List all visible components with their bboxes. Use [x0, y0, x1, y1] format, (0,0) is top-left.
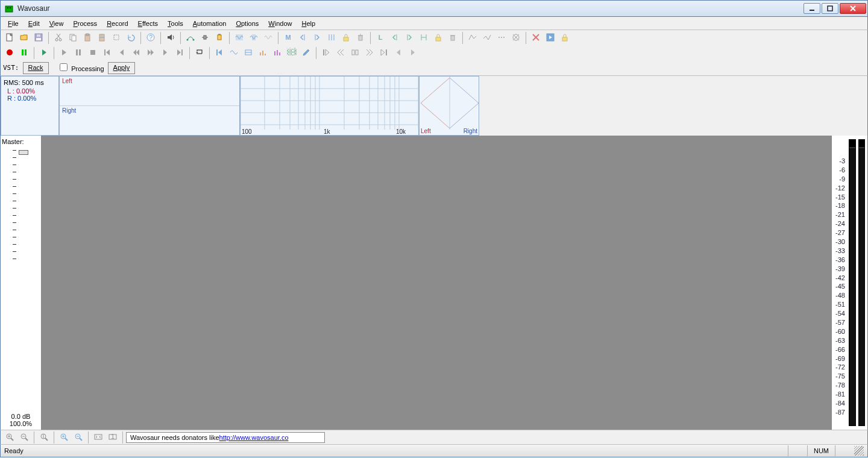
open-button[interactable] [17, 31, 31, 45]
prev-track-button[interactable] [101, 46, 114, 60]
zoom-sel-in-button[interactable] [57, 431, 71, 444]
menu-options[interactable]: Options [231, 19, 263, 28]
next-button[interactable] [159, 46, 172, 60]
undo-button[interactable] [124, 31, 137, 45]
pause-button[interactable] [72, 46, 85, 60]
fade-wave-icon [263, 33, 273, 43]
spectrum-grid [241, 77, 420, 137]
skipback2-button[interactable] [334, 46, 347, 60]
vst-rack-button[interactable]: Rack [23, 62, 49, 74]
wave-preview-left: Left [60, 77, 239, 106]
meter-tick: -30 [832, 238, 846, 247]
rew-button[interactable] [130, 46, 143, 60]
trash-button[interactable] [354, 31, 367, 45]
pencil-button[interactable] [300, 46, 313, 60]
cut-button[interactable] [52, 31, 65, 45]
menu-effects[interactable]: Effects [133, 19, 163, 28]
processing-checkbox[interactable]: Processing [60, 63, 104, 73]
fade-wave-button[interactable] [262, 31, 275, 45]
tri-left-button[interactable] [392, 46, 405, 60]
minimize-button[interactable] [804, 3, 820, 14]
bars2-button[interactable] [271, 46, 284, 60]
loop-auto-button[interactable] [417, 31, 430, 45]
menu-process[interactable]: Process [68, 19, 102, 28]
loop-back-button[interactable] [388, 31, 401, 45]
zoom-in-button[interactable] [3, 431, 16, 444]
stop-button[interactable] [86, 46, 99, 60]
wave-env-button[interactable] [466, 31, 479, 45]
lock3-button[interactable] [558, 31, 571, 45]
loop-l-button[interactable]: L [374, 31, 387, 45]
plug-button[interactable] [213, 31, 226, 45]
bars-button[interactable] [256, 46, 269, 60]
svg-line-120 [45, 438, 48, 441]
donator-link[interactable]: http://www.wavosaur.co [219, 434, 289, 441]
wave-dots-button[interactable] [495, 31, 508, 45]
close-button[interactable] [840, 3, 866, 14]
zoom-v-button[interactable] [37, 431, 51, 444]
play-button[interactable] [37, 46, 51, 60]
record-button[interactable] [3, 46, 16, 60]
menu-help[interactable]: Help [297, 19, 320, 28]
window-title: Wavosaur [17, 4, 804, 13]
trash2-button[interactable] [446, 31, 459, 45]
speaker-button[interactable] [164, 31, 177, 45]
ffwd-button[interactable] [144, 46, 157, 60]
tri-right-button[interactable] [406, 46, 420, 60]
lock-yellow-button[interactable] [339, 31, 353, 45]
cancel-x-button[interactable] [529, 31, 542, 45]
menu-view[interactable]: View [45, 19, 69, 28]
skipfwd2-button[interactable] [363, 46, 376, 60]
donator-link-box[interactable]: Wavosaur needs donators like http://www.… [126, 432, 325, 443]
marker-back-button[interactable] [296, 31, 309, 45]
maximize-button[interactable] [822, 3, 838, 14]
region-button[interactable] [242, 46, 255, 60]
copy-button[interactable] [66, 31, 80, 45]
splitblock-button[interactable] [348, 46, 362, 60]
wave-tool-button[interactable] [227, 46, 241, 60]
connector-button[interactable] [198, 31, 212, 45]
wave-x-button[interactable] [509, 31, 523, 45]
paste-mix-button[interactable] [95, 31, 108, 45]
skipfwd-button[interactable] [377, 46, 391, 60]
loop-fwd-button[interactable] [403, 31, 416, 45]
skipback-button[interactable] [319, 46, 333, 60]
play-box-button[interactable] [544, 31, 557, 45]
paste-button[interactable] [81, 31, 94, 45]
trim-wave-button[interactable] [247, 31, 260, 45]
resize-grip[interactable] [854, 446, 864, 456]
vst-apply-button[interactable]: Apply [108, 62, 136, 74]
vu-button[interactable] [17, 46, 31, 60]
save-button[interactable] [32, 31, 45, 45]
menu-edit[interactable]: Edit [24, 19, 45, 28]
marker-auto-button[interactable] [325, 31, 338, 45]
route-button[interactable] [184, 31, 197, 45]
wave-line-button[interactable] [480, 31, 494, 45]
goto-start-button[interactable] [213, 46, 226, 60]
help-button[interactable]: ? [144, 31, 157, 45]
zoom-sel-out-button[interactable] [72, 431, 85, 444]
zoom-one-button[interactable]: 1 [106, 431, 119, 444]
menu-window[interactable]: Window [263, 19, 297, 28]
crop-button[interactable] [110, 31, 123, 45]
zoom-out-button[interactable] [17, 431, 31, 444]
menu-tools[interactable]: Tools [163, 19, 188, 28]
zoom-full-button[interactable] [92, 431, 105, 444]
play2-button[interactable] [57, 46, 71, 60]
new-button[interactable] [3, 31, 16, 45]
menu-file[interactable]: File [3, 19, 24, 28]
marker-fwd-button[interactable] [310, 31, 324, 45]
next-track-button[interactable] [173, 46, 186, 60]
master-slider-thumb[interactable] [19, 150, 28, 155]
mdi-area[interactable] [42, 136, 831, 430]
select-all-wave-button[interactable] [233, 31, 246, 45]
lock-yellow2-button[interactable] [432, 31, 445, 45]
prev-button[interactable] [115, 46, 128, 60]
meter-tick: -33 [832, 247, 846, 256]
menu-record[interactable]: Record [102, 19, 133, 28]
menu-automation[interactable]: Automation [188, 19, 231, 28]
repeat-button[interactable] [193, 46, 206, 60]
master-slider[interactable] [2, 150, 40, 408]
marker-m-button[interactable]: M [281, 31, 295, 45]
kick-button[interactable]: kickkick [285, 46, 298, 60]
